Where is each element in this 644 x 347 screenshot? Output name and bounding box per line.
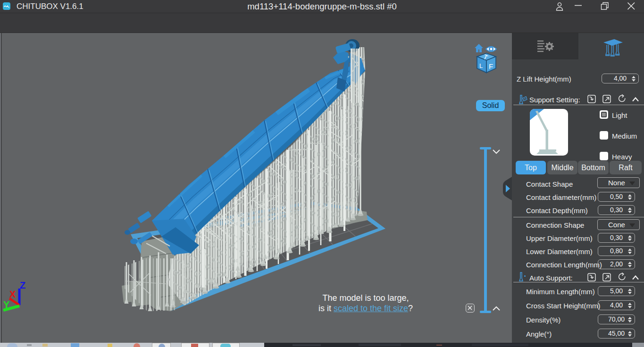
svg-text:X: X	[9, 289, 16, 299]
svg-text:Y: Y	[3, 299, 10, 310]
svg-text:Z: Z	[20, 280, 25, 290]
svg-text:L: L	[479, 62, 483, 69]
svg-text:F: F	[489, 62, 493, 70]
